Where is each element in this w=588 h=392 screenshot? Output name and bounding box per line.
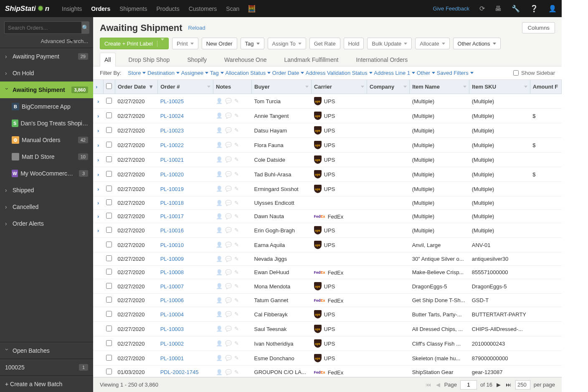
table-row[interactable]: 01/03/2020 PDL-2002-1745 👤💬✎ GROUPON C/O… [93, 366, 562, 377]
notes-icons[interactable]: 👤💬✎ [216, 200, 249, 206]
expand-row-icon[interactable]: › [96, 200, 101, 206]
order-link[interactable]: PL-10020 [160, 171, 184, 178]
row-checkbox[interactable] [106, 142, 112, 148]
expand-row-icon[interactable]: › [96, 142, 101, 148]
order-link[interactable]: PDL-2002-1745 [160, 369, 199, 375]
row-checkbox[interactable] [106, 199, 112, 205]
order-link[interactable]: PL-10021 [160, 157, 184, 163]
row-checkbox[interactable] [106, 297, 112, 303]
notes-icons[interactable]: 👤💬✎ [216, 227, 249, 234]
table-row[interactable]: › 02/27/2020 PL-10017 👤💬✎ Dawn Nauta Fed… [93, 210, 562, 223]
order-link[interactable]: PL-10004 [160, 311, 184, 318]
page-input[interactable] [460, 380, 477, 389]
row-checkbox[interactable] [106, 156, 112, 162]
notes-icons[interactable]: 👤💬✎ [216, 269, 249, 276]
order-link[interactable]: PL-10024 [160, 113, 184, 119]
order-link[interactable]: PL-10006 [160, 297, 184, 303]
nav-item-scan[interactable]: Scan [226, 5, 239, 12]
table-row[interactable]: 02/27/2020 PL-10001 👤💬✎ Esme Donchano up… [93, 351, 562, 366]
filter-destination[interactable]: Destination [147, 70, 180, 76]
row-checkbox[interactable] [106, 255, 112, 261]
order-link[interactable]: PL-10002 [160, 341, 184, 347]
tab-all[interactable]: All [100, 53, 116, 66]
notes-icons[interactable]: 👤💬✎ [216, 355, 249, 361]
row-checkbox[interactable] [106, 127, 112, 133]
row-checkbox[interactable] [106, 311, 112, 317]
orders-grid[interactable]: › Order Date▼ Order # Notes Buyer Carrie… [93, 80, 562, 377]
notes-icons[interactable]: 👤💬✎ [216, 142, 249, 148]
col-carrier[interactable]: Carrier [312, 80, 367, 94]
table-row[interactable]: › 02/27/2020 PL-10022 👤💬✎ Flora Fauna up… [93, 138, 562, 153]
show-sidebar-checkbox[interactable] [513, 70, 519, 76]
expand-row-icon[interactable]: › [96, 113, 101, 119]
nav-item-insights[interactable]: Insights [62, 5, 82, 12]
order-link[interactable]: PL-10008 [160, 269, 184, 275]
order-link[interactable]: PL-10025 [160, 98, 184, 104]
col-notes[interactable]: Notes [213, 80, 252, 94]
filter-saved-filters[interactable]: Saved Filters [437, 70, 474, 76]
tag-button[interactable]: Tag [241, 38, 264, 49]
filter-assignee[interactable]: Assignee [181, 70, 208, 76]
col-item-sku[interactable]: Item SKU [469, 80, 530, 94]
col-expand[interactable]: › [93, 80, 104, 94]
first-page-button[interactable]: ⏮ [425, 382, 432, 388]
order-link[interactable]: PL-10003 [160, 326, 184, 332]
expand-row-icon[interactable]: › [96, 227, 101, 234]
filter-other[interactable]: Other [417, 70, 436, 76]
sidebar-store-item[interactable]: Matt D Store10 [0, 148, 93, 165]
table-row[interactable]: › 02/27/2020 PL-10024 👤💬✎ Annie Tangent … [93, 109, 562, 123]
select-all-checkbox[interactable] [106, 83, 112, 89]
col-item-name[interactable]: Item Name [410, 80, 469, 94]
table-row[interactable]: 02/27/2020 PL-10007 👤💬✎ Mona Mendota ups… [93, 279, 562, 294]
sidebar-item-batch[interactable]: 100025 1 [0, 359, 93, 375]
sidebar-item-on-hold[interactable]: › On Hold [0, 65, 93, 81]
sidebar-item-cancelled[interactable]: › Cancelled [0, 199, 93, 215]
order-link[interactable]: PL-10017 [160, 213, 184, 219]
nav-item-orders[interactable]: Orders [91, 5, 110, 12]
print-button[interactable]: Print [172, 38, 198, 49]
nav-item-shipments[interactable]: Shipments [119, 5, 147, 12]
col-buyer[interactable]: Buyer [252, 80, 312, 94]
order-link[interactable]: PL-10023 [160, 127, 184, 134]
tab-shopify[interactable]: Shopify [182, 53, 211, 66]
next-page-button[interactable]: ▶ [496, 382, 502, 388]
sidebar-item-awaiting-shipment[interactable]: › Awaiting Shipment 3,860 [0, 81, 93, 98]
get-rate-button[interactable]: Get Rate [309, 38, 340, 49]
create-new-batch-button[interactable]: + Create a New Batch [0, 375, 93, 392]
table-row[interactable]: › 02/27/2020 PL-10021 👤💬✎ Cole Datside u… [93, 153, 562, 167]
table-row[interactable]: 02/27/2020 PL-10003 👤💬✎ Saul Teesnak ups… [93, 322, 562, 336]
filter-address-validation-status[interactable]: Address Validation Status [306, 70, 373, 76]
row-checkbox[interactable] [106, 340, 112, 346]
sidebar-store-item[interactable]: BBigCommerce App [0, 98, 93, 115]
sidebar-store-item[interactable]: WMy WooCommerce Store3 [0, 165, 93, 182]
sidebar-item-shipped[interactable]: › Shipped [0, 182, 93, 199]
notes-icons[interactable]: 👤💬✎ [216, 127, 249, 134]
col-company[interactable]: Company [367, 80, 409, 94]
notes-icons[interactable]: 👤💬✎ [216, 213, 249, 220]
user-icon[interactable]: 👤 [548, 5, 557, 13]
nav-item-customers[interactable]: Customers [189, 5, 217, 12]
filter-order-date[interactable]: Order Date [272, 70, 304, 76]
prev-page-button[interactable]: ◀ [435, 382, 441, 388]
expand-row-icon[interactable]: › [96, 171, 101, 178]
create-print-label-button[interactable]: Create + Print Label [100, 38, 169, 49]
table-row[interactable]: › 02/27/2020 PL-10020 👤💬✎ Tad Buhl-Arasa… [93, 167, 562, 182]
order-link[interactable]: PL-10022 [160, 142, 184, 148]
order-link[interactable]: PL-10007 [160, 283, 184, 290]
row-checkbox[interactable] [106, 112, 112, 118]
allocate-button[interactable]: Allocate [415, 38, 449, 49]
sidebar-item-awaiting-payment[interactable]: › Awaiting Payment 29 [0, 48, 93, 65]
order-link[interactable]: PL-10016 [160, 227, 184, 234]
last-page-button[interactable]: ⏭ [505, 382, 512, 388]
notes-icons[interactable]: 👤💬✎ [216, 242, 249, 248]
notes-icons[interactable]: 👤💬✎ [216, 311, 249, 318]
tab-drop-ship-shop[interactable]: Drop Ship Shop [124, 53, 175, 66]
columns-button[interactable]: Columns [522, 22, 555, 33]
row-checkbox[interactable] [106, 269, 112, 275]
notes-icons[interactable]: 👤💬✎ [216, 340, 249, 347]
table-row[interactable]: › 02/27/2020 PL-10016 👤💬✎ Erin Gogh-Brag… [93, 223, 562, 238]
notes-icons[interactable]: 👤💬✎ [216, 171, 249, 178]
assign-to-button[interactable]: Assign To [268, 38, 306, 49]
row-checkbox[interactable] [106, 186, 112, 191]
calculator-icon[interactable]: 🧮 [248, 5, 256, 13]
